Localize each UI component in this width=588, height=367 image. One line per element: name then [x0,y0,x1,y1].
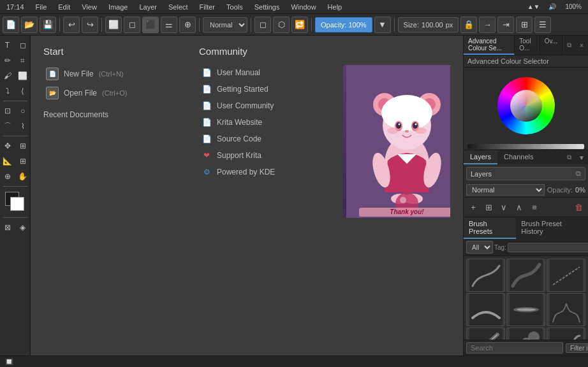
grid-tool-btn[interactable]: ⊞ [16,154,30,168]
shape-tool-btn[interactable]: ◻ [16,38,30,52]
fill-tool-btn[interactable]: ⤵ [1,84,15,98]
tool-4[interactable]: ⚌ [161,17,177,33]
size-arrow-btn[interactable]: → [479,17,496,33]
measure-tool-btn[interactable]: 📐 [1,154,15,168]
menu-select[interactable]: Select [166,3,191,11]
move-up-btn[interactable]: ∧ [512,200,526,214]
opacity-menu-btn[interactable]: ▼ [374,17,391,33]
brush-history-tab[interactable]: Brush Preset History [516,217,588,239]
menu-edit[interactable]: Edit [55,3,73,11]
brush-cell-7[interactable] [506,327,545,340]
refresh-btn[interactable]: 🔁 [291,17,308,33]
layer-options-btn[interactable]: ≡ [527,200,541,214]
blend-mode-select[interactable]: Normal [203,17,247,32]
size-display[interactable]: Size: 100.00 px [398,17,459,32]
slider-track-1[interactable] [467,144,584,149]
opacity-display[interactable]: Opacity: 100% [315,17,372,32]
eraser-tool-btn[interactable]: ⬜ [16,69,30,83]
filter-in-tag-btn[interactable]: Filter in Tag... [566,343,588,353]
lasso-tool-btn[interactable]: ⌒ [1,119,15,133]
brush-tag-filter[interactable] [508,243,588,252]
color-wheel[interactable] [497,77,555,134]
comm-item-1[interactable]: 📄 Getting Started [199,81,318,97]
comm-item-4[interactable]: 📄 Source Code [199,131,318,147]
menu-window[interactable]: Window [288,3,318,11]
comm-item-2[interactable]: 📄 User Community [199,97,318,114]
layer-blend-select[interactable]: Normal [466,184,545,196]
menu-layer[interactable]: Layer [136,3,159,11]
menu-file[interactable]: File [33,3,50,11]
background-color[interactable] [10,197,24,211]
eraser-btn[interactable]: ◻ [254,17,271,33]
brush-cell-6[interactable] [466,327,505,340]
comm-item-5[interactable]: ❤ Support Krita [199,147,318,164]
advanced-colour-tab[interactable]: Advanced Colour Se... [464,36,515,55]
eyedrop-tool-btn[interactable]: ⟨ [16,84,30,98]
layers-section: Layers Channels ⧉ ▼ Layers ⧉ Normal Opac… [464,150,588,217]
comm-item-6[interactable]: ⚙ Powered by KDE [199,164,318,180]
blend-btn[interactable]: ⬡ [273,17,290,33]
brush-cell-0[interactable] [466,259,505,292]
brush-all-select[interactable]: All [466,241,493,254]
brush-cell-5[interactable] [547,293,585,326]
menu-tools[interactable]: Tools [224,3,246,11]
menu-image[interactable]: Image [106,3,131,11]
new-file-btn[interactable]: 📄 [3,17,19,33]
save-btn[interactable]: 💾 [40,17,56,33]
move-down-btn[interactable]: ∨ [497,200,511,214]
extra-tool-1[interactable]: ⊠ [1,220,15,234]
crop-tool-btn[interactable]: ⌗ [16,54,30,68]
brush-cell-2[interactable] [547,259,585,292]
size-menu-btn[interactable]: ☰ [534,17,551,33]
brush-search-input[interactable] [466,342,563,354]
brush-cell-1[interactable] [506,259,545,292]
tool-3[interactable]: ⬛ [142,17,159,33]
menu-settings[interactable]: Settings [252,3,283,11]
undo-btn[interactable]: ↩ [63,17,80,33]
size-arrow2-btn[interactable]: ⇥ [497,17,514,33]
tool-options-tab[interactable]: Tool O... [515,36,540,55]
color-wheel-area[interactable] [464,68,588,144]
layers-float-btn[interactable]: ⧉ [562,151,575,164]
text-tool-btn[interactable]: T [1,38,15,52]
brush-tool-btn[interactable]: 🖌 [1,69,15,83]
menu-filter[interactable]: Filter [197,3,217,11]
open-file-btn[interactable]: 📂 [21,17,38,33]
overview-tab[interactable]: Ov... [540,36,562,55]
brush-presets-tab[interactable]: Brush Presets [464,217,516,239]
move-tool-btn[interactable]: ✥ [1,139,15,153]
panel-float-btn[interactable]: ⧉ [562,39,575,52]
brush-cell-8[interactable] [547,327,585,340]
hand-tool-btn[interactable]: ✋ [16,169,30,184]
redo-btn[interactable]: ↪ [82,17,98,33]
menu-view[interactable]: View [79,3,99,11]
color-triangle[interactable] [510,90,542,122]
comm-item-3[interactable]: 📄 Krita Website [199,114,318,131]
select-rect-btn[interactable]: ⊡ [1,104,15,118]
layers-filter-btn[interactable]: ▼ [575,151,588,164]
brush-cell-3[interactable] [466,293,505,326]
tool-1[interactable]: ⬜ [105,17,122,33]
open-file-item[interactable]: 📂 Open File (Ctrl+O) [43,83,184,103]
comm-item-0[interactable]: 📄 User Manual [199,64,318,81]
color-swatches[interactable] [5,192,26,212]
size-lock-btn[interactable]: 🔒 [460,17,477,33]
delete-layer-btn[interactable]: 🗑 [571,200,585,214]
copy-layer-btn[interactable]: ⊞ [481,200,496,214]
channels-tab[interactable]: Channels [497,150,540,164]
panel-close-btn[interactable]: × [575,39,588,52]
tool-2[interactable]: ◻ [124,17,140,33]
new-file-item[interactable]: 📄 New File (Ctrl+N) [43,64,184,83]
zoom-tool-btn[interactable]: ⊕ [1,169,15,184]
extra-tool-2[interactable]: ◈ [16,220,30,234]
layers-tab[interactable]: Layers [464,150,497,164]
poly-lasso-btn[interactable]: ⌇ [16,119,30,133]
brush-cell-4[interactable] [506,293,545,326]
tool-5[interactable]: ⊕ [179,17,196,33]
pencil-tool-btn[interactable]: ✏ [1,54,15,68]
menu-help[interactable]: Help [325,3,345,11]
add-layer-btn[interactable]: + [466,200,480,214]
size-add-btn[interactable]: ⊞ [516,17,533,33]
select-circ-btn[interactable]: ○ [16,104,30,118]
transform-btn[interactable]: ⊞ [16,139,30,153]
